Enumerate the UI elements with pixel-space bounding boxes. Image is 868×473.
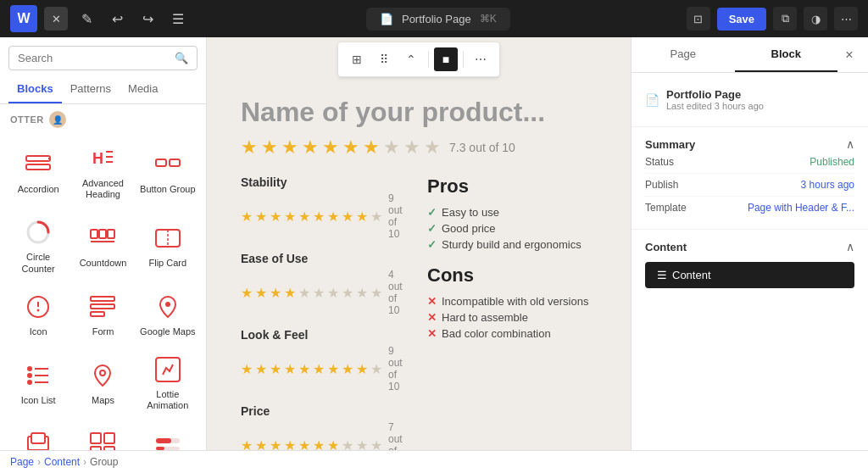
style-button[interactable]: ◑ (804, 7, 827, 31)
page-title-center: Portfolio Page (402, 13, 471, 25)
save-button[interactable]: Save (717, 8, 766, 31)
status-value: Published (810, 156, 854, 168)
svg-rect-11 (99, 230, 106, 238)
svg-point-23 (27, 366, 32, 371)
content-toggle[interactable]: ∧ (846, 240, 854, 253)
toolbar-divider (428, 51, 429, 68)
svg-point-27 (27, 380, 32, 385)
drag-button[interactable]: ⠿ (372, 47, 396, 71)
section-text: OTTER (10, 114, 44, 125)
cons-title: Cons (427, 264, 597, 287)
svg-rect-8 (170, 159, 180, 166)
view-button[interactable]: ⊡ (687, 7, 710, 31)
block-progress-bar[interactable]: Progress Bar (136, 420, 199, 450)
right-panel-close-button[interactable]: × (837, 43, 861, 67)
review-stability: Stability ★★★★★★★★★★ 9 out of 10 (241, 175, 410, 240)
tab-media[interactable]: Media (120, 75, 166, 103)
block-countdown[interactable]: Countdown (71, 209, 134, 281)
svg-rect-34 (104, 433, 114, 443)
maps-icon (87, 360, 118, 391)
search-bar[interactable]: 🔍 (8, 46, 198, 70)
block-google-maps[interactable]: Google Maps (136, 283, 199, 344)
block-advanced-heading[interactable]: H Advanced Heading (71, 135, 134, 207)
breadcrumb: Page › Content › Group (0, 450, 868, 473)
undo-icon[interactable]: ↩ (105, 7, 129, 31)
ease-score: 4 out of 10 (388, 269, 410, 316)
block-flip-card[interactable]: Flip Card (136, 209, 199, 281)
move-button[interactable]: ⌃ (399, 47, 423, 71)
post-icon: 📄 (645, 93, 659, 107)
breadcrumb-page[interactable]: Page (10, 456, 34, 468)
svg-point-25 (27, 373, 32, 378)
price-stars: ★★★★★★★★★★ 7 out of 10 (241, 421, 410, 450)
layout-button[interactable]: ⧉ (773, 7, 797, 31)
button-group-icon (153, 149, 183, 180)
star-4: ★ (302, 136, 319, 159)
breadcrumb-sep-1: › (37, 456, 41, 468)
canvas-toolbar: ⊞ ⠿ ⌃ ■ ⋯ (338, 42, 499, 77)
block-accordion-label: Accordion (18, 184, 59, 195)
close-button[interactable]: ✕ (44, 7, 68, 31)
icon-list-icon (23, 360, 53, 391)
canvas: ⊞ ⠿ ⌃ ■ ⋯ Name of your product... ★ ★ ★ … (207, 37, 631, 450)
summary-header: Summary ∧ (645, 137, 854, 151)
pro-1: Easy to use (427, 204, 597, 220)
star-10-empty: ★ (424, 136, 441, 159)
edit-icon[interactable]: ✎ (75, 7, 98, 31)
options-button[interactable]: ⋯ (834, 7, 858, 31)
svg-point-22 (165, 302, 170, 307)
block-lottie-animation[interactable]: Lottie Animation (136, 346, 199, 418)
google-maps-icon (153, 292, 183, 322)
block-button-group[interactable]: Button Group (136, 135, 199, 207)
svg-text:H: H (92, 150, 103, 167)
popup-icon (23, 428, 53, 450)
publish-label: Publish (645, 179, 678, 191)
block-popup[interactable]: Popup (7, 420, 70, 450)
summary-row-template: Template Page with Header & F... (645, 197, 854, 219)
summary-toggle[interactable]: ∧ (846, 137, 854, 151)
more-options-button[interactable]: ⋯ (469, 47, 492, 71)
svg-rect-12 (108, 230, 114, 238)
progress-bar-icon (153, 428, 183, 450)
block-accordion[interactable]: Accordion (7, 135, 70, 207)
block-icon-list[interactable]: Icon List (7, 346, 70, 418)
content-title: Content (645, 241, 687, 253)
post-details: Portfolio Page Last edited 3 hours ago (666, 88, 764, 111)
accordion-icon (23, 149, 53, 180)
tab-blocks[interactable]: Blocks (8, 75, 62, 103)
content-button[interactable]: ☰ Content (645, 262, 854, 288)
search-input[interactable] (18, 52, 170, 64)
flip-card-icon (153, 223, 183, 253)
topbar-center[interactable]: 📄 Portfolio Page ⌘K (366, 8, 510, 31)
post-title: Portfolio Page (666, 88, 764, 101)
star-7: ★ (363, 136, 380, 159)
block-icon[interactable]: Icon (7, 283, 70, 344)
star-3: ★ (281, 136, 298, 159)
block-posts[interactable]: Posts (71, 420, 134, 450)
transform-button[interactable]: ⊞ (345, 47, 369, 71)
status-label: Status (645, 156, 674, 168)
redo-icon[interactable]: ↪ (136, 7, 159, 31)
block-circle-counter[interactable]: Circle Counter (7, 209, 70, 281)
block-type-button[interactable]: ■ (434, 47, 458, 71)
breadcrumb-content[interactable]: Content (44, 456, 80, 468)
wp-logo[interactable]: W (10, 5, 37, 32)
shortcut-label: ⌘K (480, 13, 497, 25)
svg-rect-7 (156, 159, 166, 166)
tab-patterns[interactable]: Patterns (62, 75, 120, 103)
tab-page[interactable]: Page (632, 37, 735, 72)
canvas-content: Name of your product... ★ ★ ★ ★ ★ ★ ★ ★ … (207, 80, 631, 450)
review-look-feel: Look & Feel ★★★★★★★★★★ 9 out of 10 (241, 328, 410, 392)
product-title: Name of your product... (241, 97, 597, 128)
con-2: Hard to assemble (427, 309, 597, 326)
lottie-animation-icon (153, 354, 183, 385)
block-maps[interactable]: Maps (71, 346, 134, 418)
menu-icon[interactable]: ☰ (166, 7, 190, 31)
toolbar-divider-2 (463, 51, 464, 68)
summary-section: Summary ∧ Status Published Publish 3 hou… (632, 127, 868, 230)
block-form[interactable]: Form (71, 283, 134, 344)
svg-rect-21 (91, 312, 104, 316)
stability-title: Stability (241, 175, 410, 189)
tab-block[interactable]: Block (735, 37, 838, 72)
block-countdown-label: Countdown (80, 258, 127, 269)
